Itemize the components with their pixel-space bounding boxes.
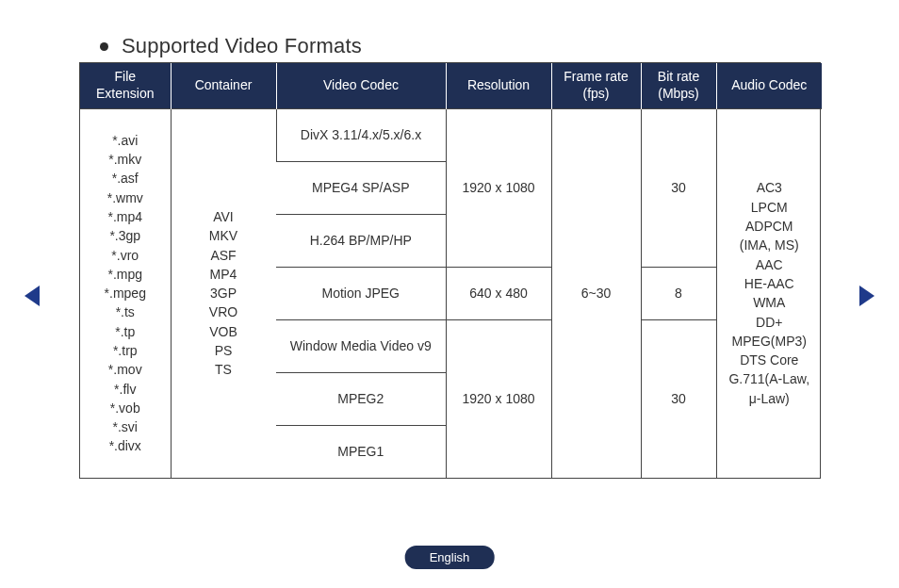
cell-video-codec: Window Media Video v9 — [276, 319, 446, 372]
formats-table: FileExtension Container Video Codec Reso… — [79, 62, 821, 479]
language-pill[interactable]: English — [405, 546, 495, 569]
prev-page-arrow-icon[interactable] — [25, 286, 40, 306]
bullet-icon — [100, 42, 108, 51]
table-row: *.avi*.mkv*.asf*.wmv*.mp4*.3gp*.vro*.mpg… — [80, 108, 822, 161]
cell-bit-rate: 8 — [641, 267, 716, 319]
th-audio-codec: Audio Codec — [716, 63, 822, 108]
cell-frame-rate: 6~30 — [551, 108, 641, 478]
th-container: Container — [171, 63, 276, 108]
cell-video-codec: MPEG4 SP/ASP — [276, 161, 446, 214]
th-bit-rate: Bit rate(Mbps) — [641, 63, 716, 108]
cell-file-extensions: *.avi*.mkv*.asf*.wmv*.mp4*.3gp*.vro*.mpg… — [80, 108, 171, 478]
table-header-row: FileExtension Container Video Codec Reso… — [80, 63, 822, 108]
cell-bit-rate: 30 — [641, 319, 716, 478]
cell-video-codec: MPEG1 — [276, 425, 446, 478]
cell-video-codec: Motion JPEG — [276, 267, 446, 319]
th-frame-rate: Frame rate(fps) — [551, 63, 641, 108]
next-page-arrow-icon[interactable] — [859, 286, 874, 306]
th-file-extension: FileExtension — [80, 63, 171, 108]
cell-bit-rate: 30 — [641, 108, 716, 267]
cell-audio-codecs: AC3LPCMADPCM(IMA, MS)AACHE-AACWMADD+MPEG… — [716, 108, 822, 478]
cell-video-codec: H.264 BP/MP/HP — [276, 214, 446, 267]
cell-resolution: 1920 x 1080 — [446, 108, 551, 267]
th-resolution: Resolution — [446, 63, 551, 108]
page: Supported Video Formats FileExtension Co… — [0, 0, 899, 588]
cell-video-codec: DivX 3.11/4.x/5.x/6.x — [276, 108, 446, 161]
cell-video-codec: MPEG2 — [276, 372, 446, 425]
section-heading: Supported Video Formats — [122, 34, 362, 58]
th-video-codec: Video Codec — [276, 63, 446, 108]
cell-resolution: 640 x 480 — [446, 267, 551, 319]
section-heading-row: Supported Video Formats — [100, 34, 362, 58]
cell-containers: AVIMKVASFMP43GPVROVOBPSTS — [171, 108, 276, 478]
cell-resolution: 1920 x 1080 — [446, 319, 551, 478]
